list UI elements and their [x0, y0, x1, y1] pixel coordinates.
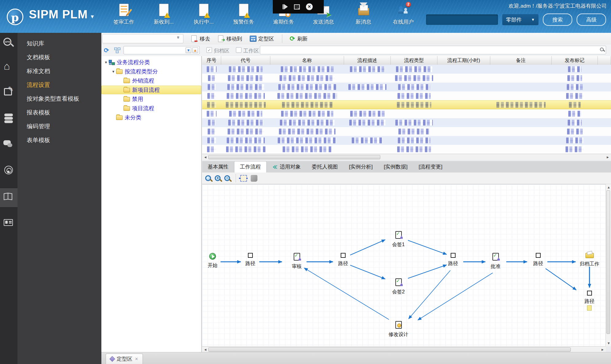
canvas-vertical-scrollbar[interactable]: ▲ ▼ [605, 184, 611, 346]
scroll-left-icon[interactable]: ◄ [204, 347, 207, 353]
rail-chat-icon[interactable] [2, 138, 15, 151]
table-row[interactable] [202, 74, 611, 83]
rail-book-icon[interactable] [2, 191, 15, 203]
search-category-dropdown[interactable]: 零部件 ▼ [502, 14, 539, 25]
work-zone-checkbox[interactable] [236, 47, 241, 53]
scroll-down-icon[interactable]: ▼ [607, 340, 610, 346]
toolbar-button-刷新[interactable]: ⟳刷新 [290, 35, 308, 42]
tree-item-项目流程[interactable]: 项目流程 [101, 104, 201, 113]
zoom-icon[interactable] [205, 175, 211, 181]
tab-适用对象[interactable]: ≪适用对象 [267, 161, 306, 172]
tool-在线用户[interactable]: 2 在线用户 [388, 3, 419, 25]
scroll-right-icon[interactable]: ► [601, 347, 604, 353]
tree-item-新项目流程[interactable]: 新项目流程 [101, 85, 201, 95]
rail-home-icon[interactable]: ⌂ [2, 60, 15, 72]
workflow-canvas[interactable]: 开始 路径 审核 路径 会签1 会签2 路径 批准 路径 归档工作 [202, 184, 606, 347]
nav-item-编码管理[interactable]: 编码管理 [18, 119, 101, 133]
rail-edit-icon[interactable] [2, 86, 15, 99]
workflow-node-修改设计[interactable]: 修改设计 [384, 321, 413, 338]
workflow-node-路径[interactable]: 路径 [575, 291, 604, 305]
tree-item-禁用[interactable]: 禁用 [101, 95, 201, 104]
tool-签审工作[interactable]: 签审工作 [108, 3, 139, 25]
scroll-left-icon[interactable]: ◄ [204, 154, 207, 160]
toolbar-button-移动到[interactable]: ➜移动到 [217, 35, 242, 42]
fit-to-window-icon[interactable] [240, 175, 247, 182]
rail-sipm-search-icon[interactable]: SIPM [2, 37, 15, 49]
scroll-thumb[interactable] [208, 155, 380, 159]
tree-item-按流程类型分[interactable]: ▼ 按流程类型分 [101, 67, 201, 76]
tab-[实例数据][interactable]: [实例数据] [378, 161, 413, 172]
tool-新收到...[interactable]: ! 新收到... [148, 3, 179, 25]
workflow-node-会签1[interactable]: 会签1 [384, 231, 413, 248]
expander-icon[interactable]: ▼ [104, 60, 108, 64]
workflow-node-路径[interactable]: 路径 [328, 253, 358, 267]
workflow-node-路径[interactable]: 路径 [438, 253, 468, 267]
nav-item-报表模板[interactable]: 报表模板 [18, 106, 101, 119]
expander-icon[interactable]: ▼ [111, 70, 116, 73]
nav-item-标准文档[interactable]: 标准文档 [18, 64, 101, 78]
move-down-icon[interactable]: ▼ [186, 47, 191, 53]
table-horizontal-scrollbar[interactable]: ◄ ► [202, 154, 611, 160]
advanced-search-button[interactable]: 高级 [577, 14, 606, 26]
table-filter-input[interactable] [260, 46, 606, 54]
nav-item-文档模板[interactable]: 文档模板 [18, 50, 101, 64]
table-row[interactable] [202, 136, 611, 145]
workflow-node-归档工作[interactable]: 归档工作 [575, 253, 604, 267]
table-row[interactable] [202, 100, 611, 109]
fixed-zone-tab[interactable]: 定型区 ✕ [106, 354, 143, 364]
scroll-thumb[interactable] [208, 347, 571, 352]
column-header-名称[interactable]: 名称 [270, 56, 344, 65]
archive-zone-checkbox[interactable]: ✓ [206, 47, 212, 53]
column-header-流程描述[interactable]: 流程描述 [344, 56, 391, 65]
tab-工作流程[interactable]: 工作流程 [234, 161, 267, 172]
tree-search-input[interactable]: ▼ ▲ [123, 46, 200, 54]
tool-预警任务[interactable]: ! 预警任务 [228, 3, 259, 25]
workflow-node-开始[interactable]: 开始 [202, 253, 227, 269]
column-header-备注[interactable]: 备注 [490, 56, 552, 65]
nav-item-流程设置[interactable]: 流程设置 [18, 78, 101, 92]
close-tab-icon[interactable]: ✕ [135, 357, 138, 361]
zoom-out-icon[interactable]: − [224, 175, 230, 181]
rail-database-icon[interactable] [2, 113, 15, 125]
column-header-序号[interactable]: 序号 [202, 56, 221, 65]
table-row[interactable] [202, 109, 611, 118]
workflow-node-路径[interactable]: 路径 [236, 253, 265, 267]
canvas-horizontal-scrollbar[interactable]: ◄ ► [202, 346, 606, 353]
overview-panel-icon[interactable] [251, 175, 257, 182]
column-header-发布标记[interactable]: 发布标记 [552, 56, 598, 65]
global-search-input[interactable] [426, 14, 498, 25]
tree-item-外销流程[interactable]: 外销流程 [101, 76, 201, 85]
column-header-流程类型[interactable]: 流程类型 [391, 56, 437, 65]
close-icon[interactable]: ✕ [306, 3, 313, 10]
table-row[interactable] [202, 118, 611, 127]
workflow-node-路径[interactable]: 路径 [523, 253, 553, 267]
table-row[interactable] [202, 65, 611, 74]
scroll-thumb[interactable] [606, 190, 610, 334]
zoom-in-icon[interactable]: + [215, 175, 221, 181]
brand-menu-caret-icon[interactable]: ▼ [90, 14, 95, 20]
sync-icon[interactable]: ⟳ [104, 47, 109, 54]
maximize-icon[interactable] [294, 4, 300, 10]
category-combo[interactable]: » [102, 34, 183, 43]
workflow-node-审核[interactable]: 审核 [282, 253, 311, 270]
tool-新消息[interactable]: 新消息 [348, 3, 379, 25]
toolbar-button-定型区[interactable]: 定型区 [249, 35, 274, 42]
tab-[实例分析][interactable]: [实例分析] [343, 161, 378, 172]
tab-委托人视图[interactable]: 委托人视图 [306, 161, 343, 172]
tree-item-业务流程分类[interactable]: ▼ 业务流程分类 [101, 58, 201, 67]
share-screen-icon[interactable] [284, 4, 288, 10]
toolbar-button-移去[interactable]: 移去 [191, 35, 210, 42]
scroll-right-icon[interactable]: ► [606, 154, 609, 160]
table-row[interactable] [202, 83, 611, 91]
orgchart-icon[interactable] [114, 48, 120, 53]
search-button[interactable]: 搜索 [543, 14, 572, 26]
workflow-node-批准[interactable]: 批准 [481, 253, 510, 270]
nav-item-表单模板[interactable]: 表单模板 [18, 133, 101, 147]
nav-item-按对象类型查看模板[interactable]: 按对象类型查看模板 [18, 92, 101, 106]
table-row[interactable] [202, 127, 611, 136]
table-row[interactable] [202, 145, 611, 154]
rail-workstation-icon[interactable] [2, 217, 15, 229]
tab-[流程变更][interactable]: [流程变更] [413, 161, 448, 172]
tab-基本属性[interactable]: 基本属性 [202, 161, 234, 172]
scroll-up-icon[interactable]: ▲ [607, 184, 610, 190]
